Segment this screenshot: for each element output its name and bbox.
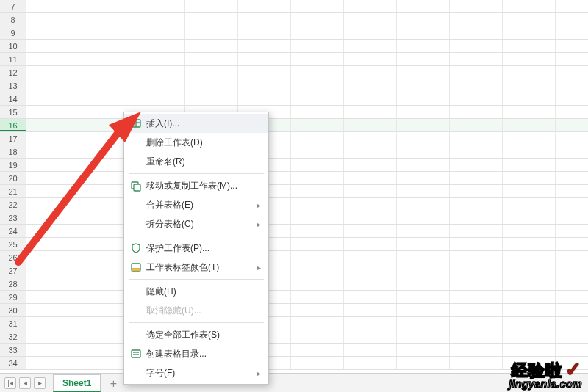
row-header[interactable]: 34 bbox=[0, 357, 26, 369]
cell[interactable] bbox=[79, 13, 132, 26]
cell[interactable] bbox=[450, 251, 503, 264]
cell[interactable] bbox=[397, 172, 450, 184]
row-header[interactable]: 26 bbox=[0, 251, 26, 264]
cell[interactable] bbox=[26, 79, 79, 92]
cell[interactable] bbox=[450, 357, 503, 369]
cell[interactable] bbox=[79, 40, 132, 52]
cell[interactable] bbox=[450, 264, 503, 277]
cell[interactable] bbox=[556, 145, 588, 158]
cell[interactable] bbox=[344, 251, 397, 264]
cell[interactable] bbox=[185, 0, 238, 12]
cell[interactable] bbox=[450, 198, 503, 211]
cell[interactable] bbox=[556, 0, 588, 12]
cell[interactable] bbox=[344, 225, 397, 237]
cell[interactable] bbox=[397, 13, 450, 26]
cell[interactable] bbox=[291, 330, 344, 343]
cell[interactable] bbox=[397, 185, 450, 197]
cell[interactable] bbox=[344, 317, 397, 330]
cell[interactable] bbox=[397, 79, 450, 92]
cell[interactable] bbox=[132, 40, 185, 52]
cell[interactable] bbox=[556, 106, 588, 118]
cell[interactable] bbox=[397, 317, 450, 330]
cell[interactable] bbox=[450, 40, 503, 52]
cell[interactable] bbox=[397, 40, 450, 52]
cell[interactable] bbox=[397, 277, 450, 290]
row-header[interactable]: 9 bbox=[0, 26, 26, 39]
menu-item[interactable]: 合并表格(E)▸ bbox=[124, 195, 268, 214]
cell[interactable] bbox=[291, 132, 344, 145]
cell[interactable] bbox=[503, 159, 556, 171]
cell[interactable] bbox=[26, 40, 79, 52]
row-header[interactable]: 14 bbox=[0, 92, 26, 105]
row-header[interactable]: 7 bbox=[0, 0, 26, 12]
cell[interactable] bbox=[344, 92, 397, 105]
cell[interactable] bbox=[26, 357, 79, 369]
cell[interactable] bbox=[344, 40, 397, 52]
cell[interactable] bbox=[397, 145, 450, 158]
cell[interactable] bbox=[291, 277, 344, 290]
row-header[interactable]: 28 bbox=[0, 277, 26, 290]
cell[interactable] bbox=[503, 317, 556, 330]
cell[interactable] bbox=[397, 291, 450, 303]
cell[interactable] bbox=[132, 53, 185, 65]
row-header[interactable]: 13 bbox=[0, 79, 26, 92]
cell[interactable] bbox=[344, 66, 397, 79]
cell[interactable] bbox=[26, 330, 79, 343]
cell[interactable] bbox=[450, 145, 503, 158]
cell[interactable] bbox=[503, 344, 556, 356]
cell[interactable] bbox=[344, 330, 397, 343]
cell[interactable] bbox=[291, 172, 344, 184]
menu-item[interactable]: 隐藏(H) bbox=[124, 282, 268, 301]
cell[interactable] bbox=[397, 238, 450, 250]
cell[interactable] bbox=[291, 344, 344, 356]
cell[interactable] bbox=[556, 13, 588, 26]
menu-item[interactable]: 创建表格目录... bbox=[124, 344, 268, 363]
cell[interactable] bbox=[503, 304, 556, 316]
cell[interactable] bbox=[132, 26, 185, 39]
cell[interactable] bbox=[291, 53, 344, 65]
cell[interactable] bbox=[503, 26, 556, 39]
cell[interactable] bbox=[26, 159, 79, 171]
cell[interactable] bbox=[26, 251, 79, 264]
cell[interactable] bbox=[556, 66, 588, 79]
cell[interactable] bbox=[238, 92, 291, 105]
cell[interactable] bbox=[344, 357, 397, 369]
cell[interactable] bbox=[344, 26, 397, 39]
cell[interactable] bbox=[26, 344, 79, 356]
cell[interactable] bbox=[291, 159, 344, 171]
row-header[interactable]: 24 bbox=[0, 225, 26, 237]
cell[interactable] bbox=[503, 238, 556, 250]
cell[interactable] bbox=[503, 291, 556, 303]
cell[interactable] bbox=[503, 145, 556, 158]
cell[interactable] bbox=[291, 225, 344, 237]
cell[interactable] bbox=[344, 145, 397, 158]
menu-item[interactable]: 保护工作表(P)... bbox=[124, 239, 268, 258]
cell[interactable] bbox=[132, 13, 185, 26]
cell[interactable] bbox=[344, 185, 397, 197]
row-header[interactable]: 29 bbox=[0, 291, 26, 303]
cell[interactable] bbox=[185, 40, 238, 52]
cell[interactable] bbox=[556, 185, 588, 197]
cell[interactable] bbox=[344, 13, 397, 26]
cell[interactable] bbox=[503, 53, 556, 65]
cell[interactable] bbox=[556, 251, 588, 264]
cell[interactable] bbox=[503, 79, 556, 92]
cell[interactable] bbox=[450, 172, 503, 184]
cell[interactable] bbox=[503, 132, 556, 145]
cell[interactable] bbox=[238, 40, 291, 52]
cell[interactable] bbox=[291, 106, 344, 118]
cell[interactable] bbox=[185, 13, 238, 26]
row-header[interactable]: 25 bbox=[0, 238, 26, 250]
row-header[interactable]: 11 bbox=[0, 53, 26, 65]
row-header[interactable]: 20 bbox=[0, 172, 26, 184]
cell[interactable] bbox=[503, 357, 556, 369]
cell[interactable] bbox=[556, 92, 588, 105]
cell[interactable] bbox=[344, 132, 397, 145]
cell[interactable] bbox=[556, 238, 588, 250]
cell[interactable] bbox=[291, 0, 344, 12]
cell[interactable] bbox=[291, 304, 344, 316]
cell[interactable] bbox=[344, 291, 397, 303]
cell[interactable] bbox=[450, 0, 503, 12]
row-header[interactable]: 23 bbox=[0, 211, 26, 224]
cell[interactable] bbox=[26, 225, 79, 237]
